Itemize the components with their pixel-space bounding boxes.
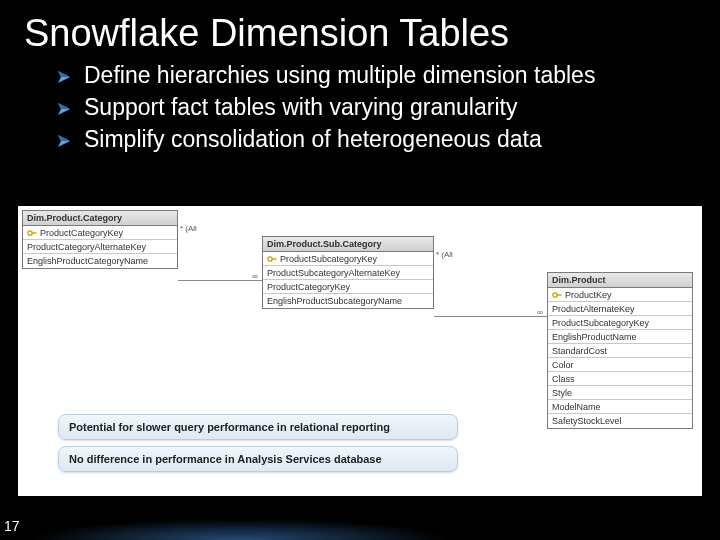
svg-marker-5	[58, 135, 70, 141]
relationship-line	[178, 280, 262, 281]
table-row: Color	[548, 358, 692, 372]
table-row: ProductCategoryKey	[263, 280, 433, 294]
all-columns-marker: * (All	[436, 250, 453, 259]
table-row: ProductCategoryKey	[23, 226, 177, 240]
table-row: ProductSubcategoryKey	[263, 252, 433, 266]
relationship-line	[434, 316, 547, 317]
relationship-cardinality: ∞	[537, 308, 543, 317]
table-row: Class	[548, 372, 692, 386]
table-row: ProductKey	[548, 288, 692, 302]
column-name: SafetyStockLevel	[552, 416, 622, 426]
table-dim-product-subcategory: Dim.Product.Sub.Category ProductSubcateg…	[262, 236, 434, 309]
table-header: Dim.Product.Sub.Category	[263, 237, 433, 252]
callout-performance-analysis: No difference in performance in Analysis…	[58, 446, 458, 472]
bullet-icon	[58, 135, 70, 147]
slide-title: Snowflake Dimension Tables	[0, 0, 720, 55]
table-row: ProductSubcategoryAlternateKey	[263, 266, 433, 280]
bullet-text: Simplify consolidation of heterogeneous …	[84, 125, 542, 155]
column-name: ProductCategoryKey	[267, 282, 350, 292]
table-row: StandardCost	[548, 344, 692, 358]
column-name: ProductSubcategoryAlternateKey	[267, 268, 400, 278]
table-row: ProductSubcategoryKey	[548, 316, 692, 330]
column-name: Style	[552, 388, 572, 398]
bullet-list: Define hierarchies using multiple dimens…	[58, 61, 720, 155]
all-columns-marker: * (All	[180, 224, 197, 233]
column-name: ProductSubcategoryKey	[552, 318, 649, 328]
relationship-cardinality: ∞	[252, 272, 258, 281]
column-name: ProductCategoryKey	[40, 228, 123, 238]
callout-performance-relational: Potential for slower query performance i…	[58, 414, 458, 440]
column-name: EnglishProductName	[552, 332, 637, 342]
list-item: Simplify consolidation of heterogeneous …	[58, 125, 720, 155]
table-row: SafetyStockLevel	[548, 414, 692, 428]
table-header: Dim.Product.Category	[23, 211, 177, 226]
table-row: ModelName	[548, 400, 692, 414]
table-row: EnglishProductCategoryName	[23, 254, 177, 268]
svg-marker-3	[58, 103, 70, 109]
svg-marker-1	[58, 71, 70, 77]
column-name: ProductAlternateKey	[552, 304, 635, 314]
bullet-icon	[58, 71, 70, 83]
table-row: ProductCategoryAlternateKey	[23, 240, 177, 254]
list-item: Support fact tables with varying granula…	[58, 93, 720, 123]
column-name: EnglishProductSubcategoryName	[267, 296, 402, 306]
column-name: ProductKey	[565, 290, 612, 300]
key-icon	[552, 291, 562, 299]
column-name: ModelName	[552, 402, 601, 412]
column-name: Color	[552, 360, 574, 370]
bullet-text: Define hierarchies using multiple dimens…	[84, 61, 595, 91]
key-icon	[27, 229, 37, 237]
svg-rect-11	[557, 294, 562, 295]
column-name: EnglishProductCategoryName	[27, 256, 148, 266]
column-name: Class	[552, 374, 575, 384]
page-number: 17	[4, 518, 20, 534]
table-dim-product: Dim.Product ProductKey ProductAlternateK…	[547, 272, 693, 429]
schema-diagram: Dim.Product.Category ProductCategoryKey …	[18, 206, 702, 496]
table-dim-product-category: Dim.Product.Category ProductCategoryKey …	[22, 210, 178, 269]
column-name: ProductSubcategoryKey	[280, 254, 377, 264]
table-row: Style	[548, 386, 692, 400]
bullet-icon	[58, 103, 70, 115]
column-name: ProductCategoryAlternateKey	[27, 242, 146, 252]
table-row: EnglishProductName	[548, 330, 692, 344]
bullet-text: Support fact tables with varying granula…	[84, 93, 517, 123]
svg-rect-7	[32, 232, 37, 233]
table-row: ProductAlternateKey	[548, 302, 692, 316]
decorative-glow	[0, 496, 720, 540]
list-item: Define hierarchies using multiple dimens…	[58, 61, 720, 91]
svg-rect-9	[272, 258, 277, 259]
column-name: StandardCost	[552, 346, 607, 356]
table-row: EnglishProductSubcategoryName	[263, 294, 433, 308]
table-header: Dim.Product	[548, 273, 692, 288]
key-icon	[267, 255, 277, 263]
